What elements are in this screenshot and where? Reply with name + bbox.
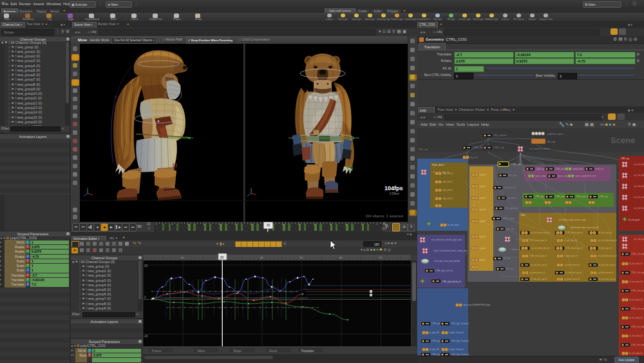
svg-text:sol_Left_blot: sol_Left_blot bbox=[634, 185, 644, 188]
svg-text:-20: -20 bbox=[144, 335, 148, 338]
svg-text:bl_arm_grab: bl_arm_grab bbox=[629, 219, 639, 221]
svg-text:CTRL_light_blends_bl: CTRL_light_blends_bl bbox=[442, 280, 461, 283]
svg-text:CTRL_blend_logic_bl: CTRL_blend_logic_bl bbox=[565, 231, 583, 234]
svg-text:lay_rest: lay_rest bbox=[470, 156, 478, 159]
svg-text:CTRL_INV: CTRL_INV bbox=[473, 146, 484, 149]
svg-text:set_reference_blend: set_reference_blend bbox=[529, 148, 549, 150]
svg-text:bl_Left_index_bl: bl_Left_index_bl bbox=[629, 335, 643, 337]
svg-text:rig_part: rig_part bbox=[479, 235, 486, 238]
svg-text:HO_out: HO_out bbox=[506, 268, 514, 270]
svg-text:right_wrist_BLENDPOSE_blops: right_wrist_BLENDPOSE_blops bbox=[463, 304, 491, 306]
svg-text:60: 60 bbox=[339, 256, 343, 259]
svg-text:sol_Left_blot: sol_Left_blot bbox=[634, 163, 644, 166]
svg-text:sim_out: sim_out bbox=[506, 228, 514, 230]
svg-text:20: 20 bbox=[144, 264, 148, 268]
svg-text:CTRL_sim: CTRL_sim bbox=[511, 163, 521, 166]
svg-text:bl_skin_dots_sqz_bl: bl_skin_dots_sqz_bl bbox=[599, 264, 616, 266]
svg-text:CTRL_blend_logic_bl: CTRL_blend_logic_bl bbox=[565, 247, 583, 250]
svg-text:Right_Arms: Right_Arms bbox=[432, 164, 444, 166]
svg-text:arm_ctrl_0: arm_ctrl_0 bbox=[442, 172, 453, 175]
svg-text:bl_Left_index_bl: bl_Left_index_bl bbox=[629, 299, 643, 301]
svg-text:50: 50 bbox=[300, 256, 303, 259]
svg-text:HO_rigged_bl: HO_rigged_bl bbox=[505, 207, 518, 210]
svg-text:bl_light_Thumb_bl: bl_light_Thumb_bl bbox=[449, 331, 464, 334]
svg-text:bl_Left_index_bl: bl_Left_index_bl bbox=[629, 280, 643, 283]
svg-text:sol_Left_blend_deep_bl: sol_Left_blend_deep_bl bbox=[531, 247, 550, 250]
svg-text:bl_light_FIN: bl_light_FIN bbox=[430, 348, 439, 351]
svg-text:sol_Left_blot: sol_Left_blot bbox=[634, 174, 644, 177]
svg-text:30: 30 bbox=[220, 255, 224, 259]
svg-text:bl_light_logic_bl: bl_light_logic_bl bbox=[599, 247, 612, 250]
svg-text:neck_light_relax_warp_blends: neck_light_relax_warp_blends bbox=[434, 260, 460, 262]
svg-text:cg_blend_mirror_bl: cg_blend_mirror_bl bbox=[564, 278, 580, 280]
svg-text:OBJ_rig: OBJ_rig bbox=[621, 157, 629, 160]
svg-text:CTRL_blend_logic_bl: CTRL_blend_logic_bl bbox=[529, 239, 547, 242]
svg-text:rig_base: rig_base bbox=[507, 197, 516, 199]
svg-text:CTRL_light_Thumb_bl: CTRL_light_Thumb_bl bbox=[451, 340, 469, 342]
svg-text:HO_rigs: HO_rigs bbox=[509, 174, 517, 177]
svg-text:arm_ctrl_3: arm_ctrl_3 bbox=[442, 197, 453, 200]
svg-text:bl_skin_dots_sqz_bl: bl_skin_dots_sqz_bl bbox=[565, 271, 582, 274]
svg-text:rig_part: rig_part bbox=[479, 173, 486, 176]
svg-text:sol_Left_blend_deep_bl: sol_Left_blend_deep_bl bbox=[598, 255, 617, 257]
svg-text:sol_Left_blend_deep_bl: sol_Left_blend_deep_bl bbox=[531, 231, 550, 234]
svg-text:sol_Left_palm: sol_Left_palm bbox=[634, 238, 644, 240]
svg-text:Accel: Accel bbox=[269, 349, 277, 353]
svg-text:cg_blend_mirror_bl: cg_blend_mirror_bl bbox=[598, 271, 613, 274]
svg-text:bl_arm_grab: bl_arm_grab bbox=[448, 224, 459, 226]
svg-text:CTRL_Left_index_bl: CTRL_Left_index_bl bbox=[631, 308, 644, 310]
svg-text:CTRL_spine: CTRL_spine bbox=[502, 217, 515, 220]
svg-text:bl_skin: bl_skin bbox=[504, 257, 511, 260]
svg-text:sim_parts_bl: sim_parts_bl bbox=[504, 186, 516, 189]
svg-text:back_Left_blend_twist_comp_abs: back_Left_blend_twist_comp_abs bbox=[434, 250, 467, 252]
svg-text:bl_Left_index_bl: bl_Left_index_bl bbox=[629, 262, 643, 265]
svg-text:layers_supplement_mid: layers_supplement_mid bbox=[575, 175, 596, 177]
svg-text:cg_blend_mirror_bl: cg_blend_mirror_bl bbox=[564, 264, 580, 266]
svg-text:bl_skin_dots_sqz_bl: bl_skin_dots_sqz_bl bbox=[531, 264, 547, 266]
svg-text:rig_part: rig_part bbox=[479, 259, 486, 261]
svg-text:CTRL_Left_index_bl: CTRL_Left_index_bl bbox=[631, 326, 644, 328]
svg-text:cg_blend_mirror_bl: cg_blend_mirror_bl bbox=[529, 271, 545, 274]
svg-text:deformation_logic_mirror_blend: deformation_logic_mirror_blends bbox=[571, 226, 599, 229]
svg-text:Function: Function bbox=[301, 349, 314, 353]
svg-text:layers_verify: layers_verify bbox=[535, 175, 546, 177]
svg-text:20: 20 bbox=[181, 256, 184, 259]
svg-text:set_reference_divide_light_abs: set_reference_divide_light_abs bbox=[431, 239, 462, 241]
svg-text:Slope: Slope bbox=[233, 349, 242, 353]
svg-text:CTRL_blend_logic_bl: CTRL_blend_logic_bl bbox=[529, 255, 547, 257]
svg-text:WHL_rigs: WHL_rigs bbox=[419, 148, 428, 151]
svg-text:bl_light_FIN: bl_light_FIN bbox=[430, 331, 439, 334]
svg-text:CTRL_out: CTRL_out bbox=[599, 195, 608, 198]
svg-text:judy/char_layers: judy/char_layers bbox=[547, 133, 564, 135]
svg-text:Scene: Scene bbox=[611, 135, 635, 145]
svg-text:CTRL_Left_index_bl: CTRL_Left_index_bl bbox=[631, 344, 644, 346]
svg-text:rig_part: rig_part bbox=[479, 247, 486, 250]
svg-text:bl_light_logic_bl: bl_light_logic_bl bbox=[599, 231, 612, 234]
svg-text:Value: Value bbox=[197, 349, 205, 353]
svg-text:CTRL_Left_index_bl: CTRL_Left_index_bl bbox=[631, 289, 644, 292]
svg-text:verify_layers: verify_layers bbox=[573, 168, 583, 170]
svg-text:CTRL_Leg: CTRL_Leg bbox=[493, 146, 504, 149]
svg-text:OBJ_controls: OBJ_controls bbox=[493, 134, 507, 137]
svg-text:CTRL_Left_index_bl: CTRL_Left_index_bl bbox=[631, 253, 644, 255]
svg-text:sol_Left_blot: sol_Left_blot bbox=[634, 207, 644, 210]
svg-text:Frame: Frame bbox=[152, 349, 162, 353]
svg-text:rig_part: rig_part bbox=[479, 208, 486, 211]
svg-text:bl_skin_dots_sqz_bl: bl_skin_dots_sqz_bl bbox=[531, 278, 547, 280]
svg-text:bl_light_logic_bl: bl_light_logic_bl bbox=[564, 239, 577, 242]
svg-text:arm_ctrl_1: arm_ctrl_1 bbox=[442, 181, 453, 183]
svg-text:bl_Left_index_bl: bl_Left_index_bl bbox=[629, 352, 643, 355]
svg-text:rig_part: rig_part bbox=[479, 197, 486, 199]
svg-text:bl_skin_dots_sqz_bl: bl_skin_dots_sqz_bl bbox=[599, 278, 616, 280]
svg-text:arm_ctrl_2: arm_ctrl_2 bbox=[442, 189, 453, 191]
svg-text:CTRL_Left_index_bl: CTRL_Left_index_bl bbox=[631, 271, 644, 274]
svg-text:sol_Left_blend_deep_bl: sol_Left_blend_deep_bl bbox=[598, 239, 617, 242]
svg-text:CTRL_light_wrist_bl: CTRL_light_wrist_bl bbox=[435, 270, 453, 272]
svg-text:rig_part: rig_part bbox=[479, 185, 486, 188]
svg-text:CTRL_light_Thumb_bl: CTRL_light_Thumb_bl bbox=[451, 322, 469, 325]
svg-text:bl_light_logic_bl: bl_light_logic_bl bbox=[564, 255, 577, 257]
svg-text:sol_Body_copy_mirror_copy: sol_Body_copy_mirror_copy bbox=[558, 219, 586, 221]
svg-text:BG_rigs: BG_rigs bbox=[547, 141, 556, 143]
svg-text:verify_out: verify_out bbox=[595, 168, 603, 170]
svg-text:bl_light_Thumb_bl: bl_light_Thumb_bl bbox=[449, 348, 464, 351]
